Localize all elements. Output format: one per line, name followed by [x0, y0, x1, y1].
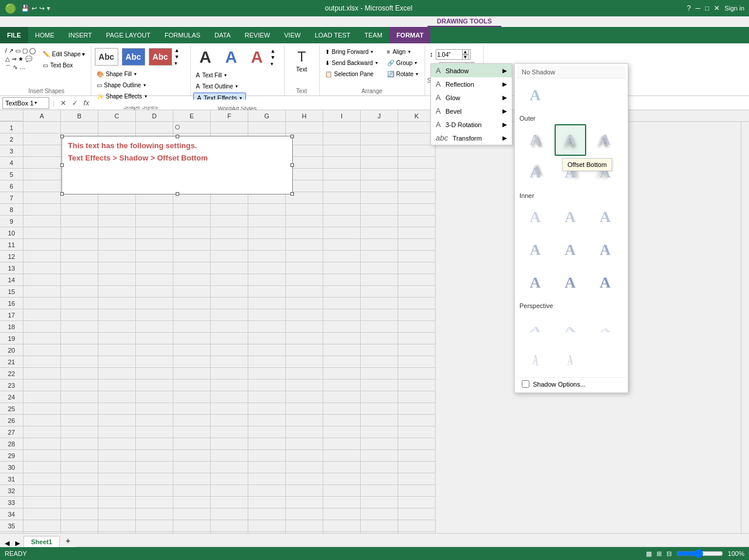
cell-8-1[interactable] [61, 204, 98, 216]
cell-24-3[interactable] [136, 391, 173, 403]
cell-17-2[interactable] [98, 309, 136, 321]
cell-25-6[interactable] [248, 403, 286, 415]
cell-12-2[interactable] [98, 251, 136, 262]
bevel-menu-item[interactable]: A Bevel ▶ [431, 104, 512, 118]
cell-26-4[interactable] [173, 415, 211, 426]
cell-22-3[interactable] [136, 368, 173, 380]
cell-21-5[interactable] [211, 356, 248, 368]
cell-25-7[interactable] [286, 403, 323, 415]
cell-31-4[interactable] [173, 473, 211, 485]
cell-29-3[interactable] [136, 450, 173, 462]
tab-formulas[interactable]: FORMULAS [158, 27, 207, 43]
handle-bm[interactable] [176, 192, 179, 196]
cell-22-4[interactable] [173, 368, 211, 380]
inner-shadow-2[interactable]: A [555, 202, 586, 233]
cell-13-0[interactable] [23, 262, 61, 274]
cell-1-5[interactable] [211, 122, 248, 134]
cell-22-8[interactable] [323, 368, 361, 380]
cell-12-6[interactable] [248, 251, 286, 262]
cell-32-1[interactable] [61, 485, 98, 497]
cell-19-3[interactable] [136, 333, 173, 344]
perspective-shadow-5[interactable]: A [555, 344, 586, 376]
cell-15-2[interactable] [98, 286, 136, 298]
cell-12-7[interactable] [286, 251, 323, 262]
cell-8-3[interactable] [136, 204, 173, 216]
rotate-handle[interactable] [175, 125, 180, 129]
cell-32-10[interactable] [398, 485, 436, 497]
col-F[interactable]: F [211, 110, 248, 121]
cell-31-8[interactable] [323, 473, 361, 485]
cell-27-9[interactable] [361, 426, 398, 438]
cell-22-0[interactable] [23, 368, 61, 380]
arrow-icon[interactable]: ↗ [8, 47, 14, 54]
cell-19-4[interactable] [173, 333, 211, 344]
cell-31-3[interactable] [136, 473, 173, 485]
cell-34-1[interactable] [61, 508, 98, 520]
inner-shadow-9[interactable]: A [589, 267, 621, 299]
cell-9-3[interactable] [136, 216, 173, 227]
cell-28-1[interactable] [61, 438, 98, 450]
cell-33-5[interactable] [211, 497, 248, 508]
col-D[interactable]: D [136, 110, 173, 121]
cell-24-7[interactable] [286, 391, 323, 403]
cell-15-7[interactable] [286, 286, 323, 298]
cell-21-2[interactable] [98, 356, 136, 368]
cell-22-6[interactable] [248, 368, 286, 380]
cell-18-10[interactable] [398, 321, 436, 333]
shadow-options-checkbox[interactable] [522, 380, 529, 388]
cell-27-4[interactable] [173, 426, 211, 438]
cell-13-7[interactable] [286, 262, 323, 274]
cell-19-2[interactable] [98, 333, 136, 344]
cell-1-8[interactable] [323, 122, 361, 134]
tab-home[interactable]: HOME [28, 27, 61, 43]
cell-24-5[interactable] [211, 391, 248, 403]
cell-8-7[interactable] [286, 204, 323, 216]
cell-16-3[interactable] [136, 298, 173, 309]
cell-18-2[interactable] [98, 321, 136, 333]
cell-35-2[interactable] [98, 520, 136, 532]
cell-30-1[interactable] [61, 462, 98, 473]
cell-11-1[interactable] [61, 239, 98, 251]
cell-15-8[interactable] [323, 286, 361, 298]
cell-10-6[interactable] [248, 227, 286, 239]
cell-7-0[interactable] [23, 192, 61, 204]
cell-29-1[interactable] [61, 450, 98, 462]
scroll-sheets-left[interactable]: ◀ [2, 539, 12, 547]
cell-29-7[interactable] [286, 450, 323, 462]
cell-34-8[interactable] [323, 508, 361, 520]
cell-30-8[interactable] [323, 462, 361, 473]
cell-24-6[interactable] [248, 391, 286, 403]
tab-data[interactable]: DATA [207, 27, 238, 43]
triangle-icon[interactable]: △ [5, 55, 11, 63]
cell-33-0[interactable] [23, 497, 61, 508]
cell-11-4[interactable] [173, 239, 211, 251]
add-sheet-btn[interactable]: + [61, 534, 75, 547]
wordart-scroll-up[interactable]: ▲ [271, 48, 276, 54]
cell-34-10[interactable] [398, 508, 436, 520]
cell-25-2[interactable] [98, 403, 136, 415]
text-outline-btn[interactable]: A Text Outline ▾ [193, 81, 241, 91]
cell-20-10[interactable] [398, 344, 436, 356]
cell-3-8[interactable] [323, 145, 361, 157]
cell-29-0[interactable] [23, 450, 61, 462]
cell-10-10[interactable] [398, 227, 436, 239]
undo-btn[interactable]: ↩ [32, 5, 37, 12]
cell-23-7[interactable] [286, 380, 323, 391]
vertical-scrollbar[interactable] [741, 122, 749, 533]
cell-25-3[interactable] [136, 403, 173, 415]
cell-2-9[interactable] [361, 134, 398, 145]
cell-27-10[interactable] [398, 426, 436, 438]
cell-10-0[interactable] [23, 227, 61, 239]
cell-12-9[interactable] [361, 251, 398, 262]
cell-21-3[interactable] [136, 356, 173, 368]
edit-shape-btn[interactable]: ✏️Edit Shape ▾ [40, 49, 88, 59]
cell-25-1[interactable] [61, 403, 98, 415]
cell-26-6[interactable] [248, 415, 286, 426]
formula-confirm-btn[interactable]: ✓ [70, 99, 80, 107]
shadow-options-btn[interactable]: Shadow Options... [517, 377, 625, 390]
cell-18-7[interactable] [286, 321, 323, 333]
cell-13-10[interactable] [398, 262, 436, 274]
tab-page-layout[interactable]: PAGE LAYOUT [99, 27, 158, 43]
cell-33-6[interactable] [248, 497, 286, 508]
cell-8-6[interactable] [248, 204, 286, 216]
